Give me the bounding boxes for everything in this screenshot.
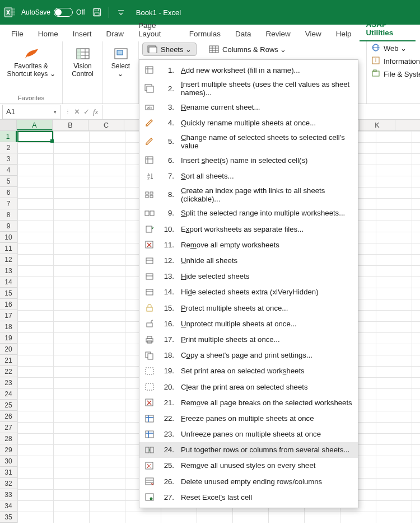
- select-all-corner[interactable]: [0, 120, 17, 130]
- tab-help[interactable]: Help: [329, 26, 358, 41]
- menu-item-27[interactable]: 27.Reset Excel's last cell: [139, 489, 358, 505]
- menu-icon: [144, 137, 155, 147]
- column-header[interactable]: A: [17, 120, 53, 130]
- menu-text: Create an index page with links to all s…: [181, 186, 352, 203]
- row-header[interactable]: 32: [0, 478, 17, 489]
- tab-asap-utilities[interactable]: ASAP Utilities: [360, 17, 416, 41]
- row-header[interactable]: 10: [0, 232, 17, 243]
- menu-item-4[interactable]: 4.Quickly rename multiple sheets at once…: [139, 115, 358, 131]
- tab-draw[interactable]: Draw: [100, 26, 131, 41]
- row-header[interactable]: 19: [0, 332, 17, 344]
- row-header[interactable]: 33: [0, 489, 17, 500]
- row-header[interactable]: 21: [0, 355, 17, 366]
- menu-item-17[interactable]: 17.Print multiple sheets at once...: [139, 331, 358, 347]
- row-header[interactable]: 14: [0, 276, 17, 288]
- menu-item-7[interactable]: AZ7.Sort all sheets...: [139, 168, 358, 184]
- menu-item-2[interactable]: 2.Insert multiple sheets (uses the cell …: [139, 78, 358, 99]
- menu-item-10[interactable]: 10.Export worksheets as separate files..…: [139, 221, 358, 237]
- column-header[interactable]: B: [53, 120, 88, 130]
- row-header[interactable]: 18: [0, 321, 17, 332]
- favorites-shortcut-keys-button[interactable]: Favorites & Shortcut keys ⌄: [6, 44, 57, 78]
- tab-page-layout[interactable]: Page Layout: [132, 18, 181, 41]
- menu-item-12[interactable]: 12.Unhide all sheets: [139, 253, 358, 269]
- customize-qat-icon[interactable]: [115, 6, 127, 18]
- row-header[interactable]: 6: [0, 187, 17, 198]
- row-header[interactable]: 13: [0, 265, 17, 276]
- cancel-icon[interactable]: ✕: [74, 107, 80, 116]
- menu-item-22[interactable]: 22.Freeze panes on multiple sheets at on…: [139, 410, 358, 426]
- menu-item-26[interactable]: 26.Delete unused empty ending rows/colum…: [139, 474, 358, 489]
- enter-icon[interactable]: ✓: [83, 107, 90, 116]
- row-header[interactable]: 25: [0, 400, 17, 411]
- row-header[interactable]: 5: [0, 176, 17, 187]
- tab-insert[interactable]: Insert: [66, 26, 99, 41]
- menu-item-25[interactable]: 25.Remove all unused styles on every she…: [139, 458, 358, 474]
- menu-item-16[interactable]: 16.Unprotect multiple sheets at once...: [139, 316, 358, 331]
- row-header[interactable]: 24: [0, 388, 17, 400]
- row-header[interactable]: 12: [0, 254, 17, 265]
- row-header[interactable]: 35: [0, 512, 17, 523]
- menu-item-13[interactable]: 13.Hide selected sheets: [139, 269, 358, 284]
- tab-file[interactable]: File: [4, 26, 30, 41]
- row-header[interactable]: 3: [0, 153, 17, 165]
- row-header[interactable]: 2: [0, 142, 17, 153]
- information-dropdown[interactable]: i Information ⌄: [371, 57, 416, 66]
- tab-review[interactable]: Review: [259, 26, 297, 41]
- menu-item-19[interactable]: 19.Set print area on selected worksheets: [139, 363, 358, 379]
- row-header[interactable]: 27: [0, 422, 17, 433]
- menu-item-3[interactable]: ab3.Rename current sheet...: [139, 100, 358, 115]
- svg-rect-13: [77, 49, 81, 59]
- tab-data[interactable]: Data: [228, 26, 258, 41]
- row-header[interactable]: 8: [0, 209, 17, 221]
- select-button[interactable]: Select ⌄: [96, 44, 146, 78]
- row-header[interactable]: 23: [0, 377, 17, 388]
- column-header[interactable]: K: [360, 120, 395, 130]
- row-header[interactable]: 26: [0, 411, 17, 422]
- selected-cell[interactable]: [17, 131, 53, 142]
- row-header[interactable]: 1: [0, 131, 17, 142]
- row-header[interactable]: 20: [0, 344, 17, 355]
- tab-view[interactable]: View: [298, 26, 328, 41]
- menu-item-20[interactable]: 20.Clear the print area on selected shee…: [139, 379, 358, 395]
- row-header[interactable]: 17: [0, 310, 17, 321]
- menu-item-5[interactable]: 5.Change name of selected sheets to sele…: [139, 131, 358, 152]
- row-header[interactable]: 29: [0, 444, 17, 456]
- row-header[interactable]: 7: [0, 198, 17, 209]
- column-header[interactable]: C: [88, 120, 124, 130]
- name-box[interactable]: A1 ▾: [2, 105, 60, 119]
- sheets-dropdown[interactable]: Sheets ⌄: [142, 43, 197, 56]
- menu-item-11[interactable]: 11.Remove all empty worksheets: [139, 237, 358, 252]
- menu-item-23[interactable]: 23.Unfreeze panes on multiple sheets at …: [139, 426, 358, 442]
- menu-item-21[interactable]: 21.Remove all page breaks on the selecte…: [139, 395, 358, 410]
- formula-dropdown-icon[interactable]: ⋮: [65, 109, 71, 115]
- menu-item-8[interactable]: 8.Create an index page with links to all…: [139, 184, 358, 205]
- row-header[interactable]: 11: [0, 243, 17, 254]
- menu-item-1[interactable]: 1.Add new worksheet (fill in a name)...: [139, 62, 358, 78]
- menu-item-9[interactable]: 9.Split the selected range into multiple…: [139, 205, 358, 221]
- file-system-button[interactable]: File & System: [371, 69, 416, 79]
- menu-text: Unprotect multiple sheets at once...: [181, 320, 352, 328]
- tab-formulas[interactable]: Formulas: [183, 26, 227, 41]
- fx-icon[interactable]: fx: [93, 107, 98, 116]
- menu-item-6[interactable]: 6.Insert sheet(s) name in selected cell(…: [139, 152, 358, 168]
- web-dropdown[interactable]: Web ⌄: [371, 44, 416, 53]
- menu-item-18[interactable]: 18.Copy a sheet's page and print setting…: [139, 348, 358, 363]
- favorites-label: Favorites & Shortcut keys ⌄: [7, 63, 55, 78]
- save-icon[interactable]: [91, 6, 103, 18]
- autosave-toggle[interactable]: AutoSave Off: [21, 8, 85, 17]
- row-header[interactable]: 31: [0, 467, 17, 478]
- menu-item-24[interactable]: 24.Put together rows or columns from sev…: [139, 442, 358, 458]
- web-label: Web ⌄: [384, 44, 407, 53]
- row-header[interactable]: 15: [0, 288, 17, 299]
- row-header[interactable]: 30: [0, 456, 17, 467]
- tab-home[interactable]: Home: [31, 26, 65, 41]
- row-header[interactable]: 28: [0, 433, 17, 444]
- row-header[interactable]: 22: [0, 366, 17, 377]
- row-header[interactable]: 4: [0, 165, 17, 176]
- row-header[interactable]: 16: [0, 299, 17, 310]
- menu-item-14[interactable]: 14.Hide selected sheets extra (xlVeryHid…: [139, 284, 358, 300]
- row-header[interactable]: 9: [0, 221, 17, 232]
- menu-item-15[interactable]: 15.Protect multiple sheets at once...: [139, 300, 358, 316]
- row-header[interactable]: 34: [0, 500, 17, 512]
- columns-rows-dropdown[interactable]: Columns & Rows ⌄: [204, 43, 291, 56]
